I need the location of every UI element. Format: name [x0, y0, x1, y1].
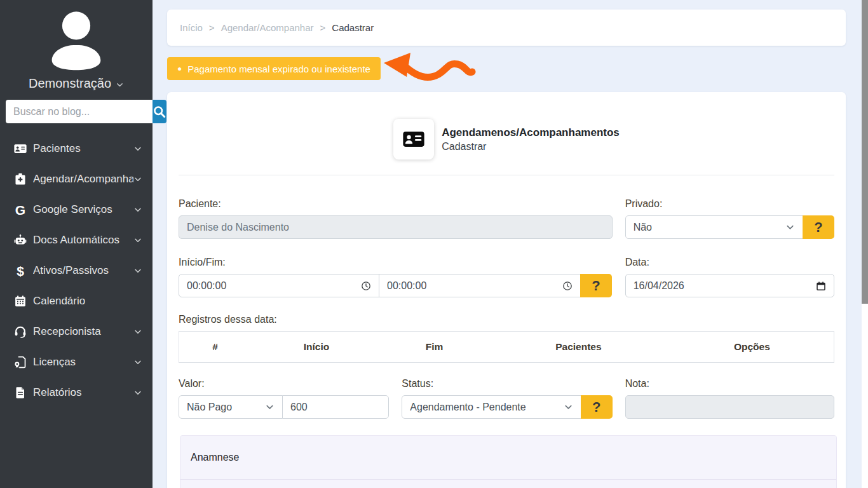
col-pacientes: Pacientes	[487, 332, 670, 363]
valor-pago-select[interactable]: Não Pago	[179, 395, 283, 419]
registros-label: Registros dessa data:	[179, 314, 834, 325]
bullet-icon: ●	[177, 64, 182, 73]
sidebar-item-calendario[interactable]: Calendário	[0, 286, 153, 316]
sidebar-item-label: Recepcionista	[33, 325, 133, 338]
accordion-anamnese[interactable]: Anamnese	[180, 436, 836, 479]
sidebar-item-pacientes[interactable]: Pacientes	[0, 133, 153, 164]
page-title: Agendamenos/Acompanhamentos	[442, 126, 620, 139]
inicio-time-value: 00:00:00	[187, 280, 226, 292]
search-button[interactable]	[153, 100, 166, 123]
breadcrumb-inicio[interactable]: Início	[180, 22, 203, 33]
sidebar-item-label: Relatórios	[33, 386, 133, 399]
user-menu[interactable]: Demonstração	[0, 76, 153, 91]
scrollbar-thumb[interactable]	[862, 0, 868, 304]
privado-help-button[interactable]: ?	[803, 215, 834, 239]
sidebar-item-label: Licenças	[33, 356, 133, 369]
data-date-value: 16/04/2026	[634, 280, 684, 292]
col-number: #	[179, 332, 251, 363]
chevron-down-icon	[133, 175, 142, 184]
breadcrumb-cadastrar: Cadastrar	[332, 22, 374, 33]
payment-alert-badge: ● Pagamento mensal expirado ou inexisten…	[167, 57, 381, 80]
scrollbar-track[interactable]	[862, 0, 868, 488]
sidebar-item-label: Google Serviços	[33, 203, 133, 216]
robot-icon	[13, 233, 28, 248]
sidebar-item-label: Agendar/Acompanhar	[33, 173, 133, 186]
sidebar: Demonstração Pacientes	[0, 0, 153, 488]
google-icon: G	[13, 202, 28, 217]
accordion-group: Anamnese Listar acompanhamentos anterior…	[180, 435, 837, 488]
blog-search	[6, 100, 147, 123]
nota-label: Nota:	[625, 378, 834, 390]
sidebar-item-ativos-passivos[interactable]: $ Ativos/Passivos	[0, 255, 153, 286]
person-icon	[39, 5, 114, 75]
inicio-time-input[interactable]: 00:00:00	[179, 274, 379, 297]
alert-text: Pagamento mensal expirado ou inexistente	[187, 64, 370, 74]
chevron-down-icon	[265, 402, 275, 412]
valor-label: Valor:	[179, 378, 389, 390]
card-header: Agendamenos/Acompanhamentos Cadastrar	[177, 92, 836, 162]
hand-drawn-arrow-icon	[383, 51, 477, 86]
main-content: Início > Agendar/Acompanhar > Cadastrar …	[153, 0, 868, 488]
clipboard-plus-icon	[13, 172, 28, 187]
fim-time-value: 00:00:00	[387, 280, 426, 292]
fim-time-input[interactable]: 00:00:00	[379, 274, 581, 297]
status-help-button[interactable]: ?	[581, 395, 613, 419]
sidebar-item-recepcionista[interactable]: Recepcionista	[0, 316, 153, 347]
calendar-icon	[13, 294, 28, 309]
id-card-icon	[13, 141, 28, 156]
chevron-down-icon	[133, 358, 142, 367]
sidebar-item-agendar-acompanhar[interactable]: Agendar/Acompanhar	[0, 164, 153, 194]
col-opcoes: Opções	[670, 332, 834, 363]
status-label: Status:	[402, 378, 612, 390]
id-card-tile-icon	[393, 119, 434, 159]
chevron-down-icon	[133, 266, 142, 275]
inicio-fim-help-button[interactable]: ?	[580, 274, 612, 297]
page-subtitle: Cadastrar	[442, 141, 620, 152]
sidebar-item-label: Docs Automáticos	[33, 234, 133, 247]
report-icon	[13, 385, 28, 400]
calendar-icon	[816, 281, 826, 291]
sidebar-nav: Pacientes Agendar/Acompanhar G Google Se…	[0, 127, 153, 408]
sidebar-item-relatorios[interactable]: Relatórios	[0, 377, 153, 408]
dollar-icon: $	[13, 263, 28, 278]
data-date-input[interactable]: 16/04/2026	[625, 274, 834, 297]
sidebar-item-label: Pacientes	[33, 142, 133, 155]
valor-amount-input[interactable]	[282, 395, 389, 419]
chevron-down-icon	[564, 402, 573, 412]
sidebar-item-google-servicos[interactable]: G Google Serviços	[0, 194, 153, 225]
sidebar-item-label: Ativos/Passivos	[33, 264, 133, 277]
chevron-down-icon	[116, 81, 124, 89]
clock-icon	[562, 281, 573, 291]
breadcrumb-separator: >	[320, 22, 326, 33]
sidebar-item-licencas[interactable]: Licenças	[0, 347, 153, 377]
sidebar-item-docs-automaticos[interactable]: Docs Automáticos	[0, 225, 153, 255]
chevron-down-icon	[133, 388, 142, 397]
registros-table: # Início Fim Pacientes Opções	[179, 331, 834, 363]
col-inicio: Início	[251, 332, 382, 363]
breadcrumb-agendar-acompanhar[interactable]: Agendar/Acompanhar	[221, 22, 314, 33]
chevron-down-icon	[133, 236, 142, 245]
accordion-listar-acompanhamentos[interactable]: Listar acompanhamentos anteriores	[180, 479, 836, 488]
chevron-down-icon	[785, 222, 795, 232]
privado-select[interactable]: Não	[625, 215, 803, 239]
breadcrumb: Início > Agendar/Acompanhar > Cadastrar	[167, 10, 846, 46]
search-icon	[153, 105, 166, 119]
search-input[interactable]	[6, 100, 153, 123]
nota-field	[625, 395, 834, 419]
data-label: Data:	[625, 257, 834, 268]
form: Paciente: Privado: Não ?	[177, 175, 836, 488]
status-select[interactable]: Agendamento - Pendente	[402, 395, 581, 419]
chevron-down-icon	[133, 327, 142, 336]
form-card: Agendamenos/Acompanhamentos Cadastrar Pa…	[167, 92, 846, 488]
license-icon	[13, 355, 28, 370]
breadcrumb-separator: >	[209, 22, 215, 33]
registros-header-row: # Início Fim Pacientes Opções	[179, 332, 834, 363]
col-fim: Fim	[382, 332, 487, 363]
user-avatar	[0, 0, 153, 75]
sidebar-item-label: Calendário	[33, 295, 142, 308]
chevron-down-icon	[133, 144, 142, 153]
user-name: Demonstração	[29, 76, 111, 91]
headset-icon	[13, 324, 28, 339]
paciente-label: Paciente:	[179, 198, 613, 210]
status-select-value: Agendamento - Pendente	[410, 402, 526, 413]
